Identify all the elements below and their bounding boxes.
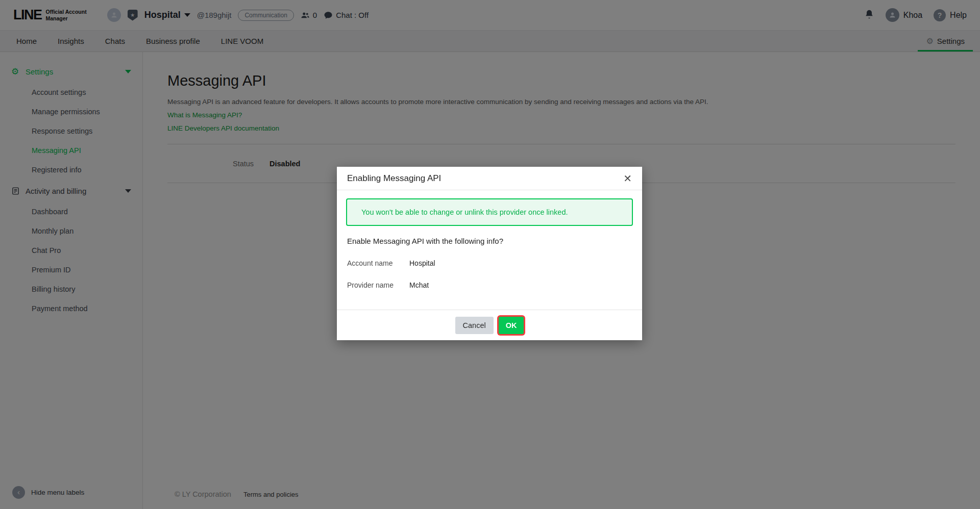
dialog-body: You won't be able to change or unlink th… (337, 190, 642, 310)
account-name-label: Account name (347, 259, 409, 267)
provider-name-row: Provider name Mchat (347, 281, 633, 289)
close-icon[interactable]: ✕ (623, 173, 632, 184)
confirm-question: Enable Messaging API with the following … (347, 237, 633, 245)
dialog-header: Enabling Messaging API ✕ (337, 167, 642, 190)
provider-name-value: Mchat (409, 281, 429, 289)
provider-name-label: Provider name (347, 281, 409, 289)
warning-banner: You won't be able to change or unlink th… (346, 198, 633, 226)
cancel-button[interactable]: Cancel (455, 317, 494, 334)
enabling-messaging-api-dialog: Enabling Messaging API ✕ You won't be ab… (337, 167, 642, 340)
dialog-title: Enabling Messaging API (347, 173, 441, 184)
account-name-value: Hospital (409, 259, 435, 267)
dialog-footer: Cancel OK (337, 310, 642, 340)
ok-button[interactable]: OK (499, 317, 524, 334)
account-name-row: Account name Hospital (347, 259, 633, 267)
